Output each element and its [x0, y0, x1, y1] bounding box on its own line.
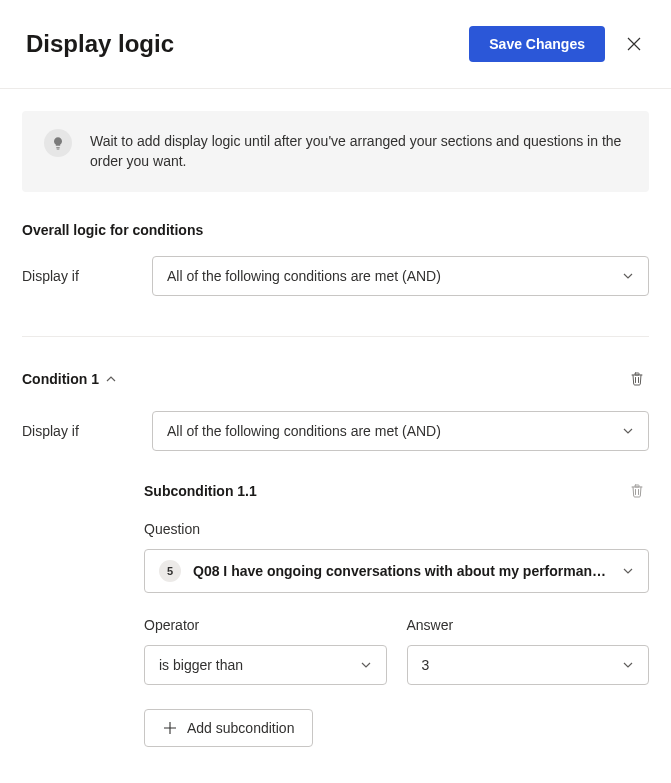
plus-icon	[163, 721, 177, 735]
condition-display-if-value: All of the following conditions are met …	[167, 423, 441, 439]
operator-label: Operator	[144, 617, 387, 633]
header-actions: Save Changes	[469, 26, 645, 62]
operator-field-group: Operator is bigger than	[144, 617, 387, 685]
delete-condition-button[interactable]	[625, 367, 649, 391]
question-text: Q08 I have ongoing conversations with ab…	[193, 563, 606, 579]
question-select[interactable]: 5 Q08 I have ongoing conversations with …	[144, 549, 649, 593]
info-text: Wait to add display logic until after yo…	[90, 131, 627, 172]
overall-logic-section: Overall logic for conditions Display if …	[22, 222, 649, 296]
subcondition-title: Subcondition 1.1	[144, 483, 257, 499]
overall-display-if-value: All of the following conditions are met …	[167, 268, 441, 284]
answer-select[interactable]: 3	[407, 645, 650, 685]
lightbulb-icon	[44, 129, 72, 157]
operator-value: is bigger than	[159, 657, 243, 673]
overall-display-if-select[interactable]: All of the following conditions are met …	[152, 256, 649, 296]
question-field-group: Question 5 Q08 I have ongoing conversati…	[144, 521, 649, 593]
chevron-down-icon	[622, 659, 634, 671]
operator-answer-row: Operator is bigger than Answer 3	[144, 617, 649, 685]
chevron-down-icon	[622, 270, 634, 282]
chevron-down-icon	[622, 425, 634, 437]
save-button[interactable]: Save Changes	[469, 26, 605, 62]
dialog-content: Wait to add display logic until after yo…	[0, 89, 671, 769]
add-subcondition-button[interactable]: Add subcondition	[144, 709, 313, 747]
overall-display-if-row: Display if All of the following conditio…	[22, 256, 649, 296]
question-select-value: 5 Q08 I have ongoing conversations with …	[159, 560, 606, 582]
close-button[interactable]	[623, 33, 645, 55]
overall-section-title: Overall logic for conditions	[22, 222, 649, 238]
page-title: Display logic	[26, 30, 174, 58]
subcondition-block: Subcondition 1.1 Question 5 Q08 I have o…	[144, 479, 649, 747]
question-badge: 5	[159, 560, 181, 582]
condition-display-if-select[interactable]: All of the following conditions are met …	[152, 411, 649, 451]
dialog-header: Display logic Save Changes	[0, 0, 671, 89]
info-banner: Wait to add display logic until after yo…	[22, 111, 649, 192]
answer-value: 3	[422, 657, 430, 673]
overall-display-if-label: Display if	[22, 268, 144, 284]
condition-title: Condition 1	[22, 371, 99, 387]
answer-label: Answer	[407, 617, 650, 633]
condition-display-if-label: Display if	[22, 423, 144, 439]
condition-display-if-row: Display if All of the following conditio…	[22, 411, 649, 451]
trash-icon	[629, 371, 645, 387]
close-icon	[627, 37, 641, 51]
chevron-down-icon	[360, 659, 372, 671]
condition-header: Condition 1	[22, 367, 649, 391]
operator-select[interactable]: is bigger than	[144, 645, 387, 685]
divider	[22, 336, 649, 337]
condition-toggle[interactable]: Condition 1	[22, 371, 117, 387]
delete-subcondition-button[interactable]	[625, 479, 649, 503]
chevron-down-icon	[622, 565, 634, 577]
subcondition-header: Subcondition 1.1	[144, 479, 649, 503]
question-label: Question	[144, 521, 649, 537]
trash-icon	[629, 483, 645, 499]
add-subcondition-label: Add subcondition	[187, 720, 294, 736]
chevron-up-icon	[105, 373, 117, 385]
answer-field-group: Answer 3	[407, 617, 650, 685]
